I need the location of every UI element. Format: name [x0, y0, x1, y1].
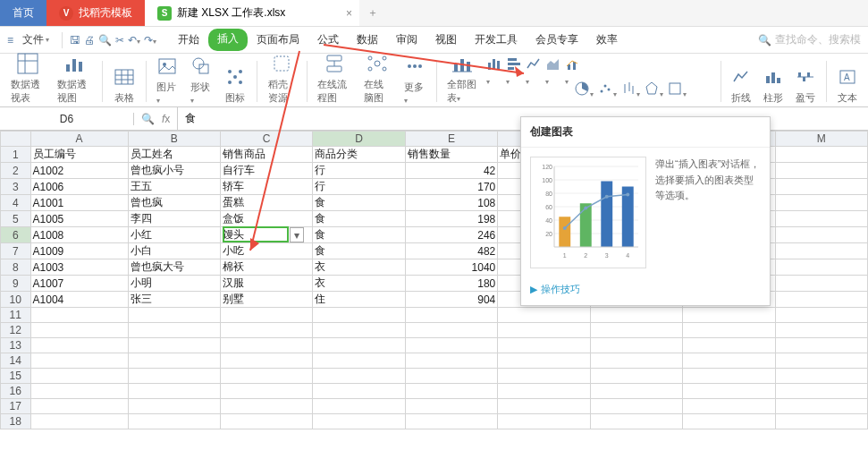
cell[interactable]: 衣 — [313, 259, 405, 276]
row-header-15[interactable]: 15 — [1, 369, 31, 384]
ribbon-tab-3[interactable]: 公式 — [308, 29, 348, 51]
shape-button[interactable]: 形状▾ — [187, 54, 215, 105]
col-header-C[interactable]: C — [220, 132, 312, 147]
cell[interactable]: A1002 — [30, 163, 128, 179]
cell[interactable]: 246 — [405, 227, 497, 243]
col-header-D[interactable]: D — [313, 132, 405, 147]
tab-templates[interactable]: V 找稻壳模板 — [46, 0, 145, 26]
cell[interactable]: 曾也疯大号 — [128, 259, 220, 276]
save-icon[interactable]: 🖫 — [70, 34, 80, 47]
redo-icon[interactable]: ↷▾ — [144, 34, 156, 47]
tab-current-file[interactable]: S 新建 XLSX 工作表.xlsx × — [145, 0, 359, 26]
cell[interactable]: 别墅 — [220, 292, 312, 308]
ribbon-tab-2[interactable]: 页面布局 — [248, 29, 308, 51]
sparkline-line-button[interactable]: 折线 — [728, 64, 754, 105]
cell[interactable]: A1001 — [30, 195, 128, 211]
ribbon-tab-9[interactable]: 效率 — [587, 29, 627, 51]
file-menu[interactable]: 文件 ▾ — [17, 30, 55, 49]
row-header-17[interactable]: 17 — [1, 399, 31, 414]
header-cell[interactable]: 商品分类 — [313, 147, 405, 163]
cell[interactable]: 棉袄 — [220, 259, 312, 276]
cell[interactable]: 170 — [405, 179, 497, 195]
cell[interactable]: 108 — [405, 195, 497, 211]
radar-chart-icon[interactable]: ▾ — [644, 81, 663, 99]
ribbon-tab-4[interactable]: 数据 — [348, 29, 387, 51]
cell[interactable]: A1006 — [30, 179, 128, 195]
ribbon-tab-6[interactable]: 视图 — [426, 29, 466, 51]
cell[interactable]: 张三 — [128, 292, 220, 308]
name-box[interactable]: D6 — [0, 113, 134, 125]
column-chart-icon[interactable]: ▾ — [486, 55, 502, 87]
row-header-10[interactable]: 10 — [1, 292, 31, 308]
cell[interactable]: A1009 — [30, 243, 128, 259]
cell[interactable]: 小白 — [128, 243, 220, 259]
header-cell[interactable]: 员工姓名 — [128, 147, 220, 163]
function-search-icon[interactable]: 🔍 — [141, 113, 155, 125]
row-header-18[interactable]: 18 — [1, 414, 31, 429]
popup-tip-link[interactable]: ▶ 操作技巧 — [521, 277, 770, 305]
undo-icon[interactable]: ↶▾ — [128, 34, 140, 47]
stock-chart-icon[interactable]: ▾ — [620, 81, 640, 99]
cell[interactable]: 王五 — [128, 179, 220, 195]
cell[interactable]: 904 — [405, 292, 497, 308]
row-header-3[interactable]: 3 — [1, 179, 31, 195]
area-chart-icon[interactable]: ▾ — [545, 55, 561, 87]
header-cell[interactable]: 员工编号 — [30, 147, 128, 163]
header-cell[interactable]: 销售商品 — [220, 147, 312, 163]
textbox-button[interactable]: A 文本 — [834, 64, 861, 105]
cell[interactable]: 食 — [313, 195, 405, 211]
new-tab-button[interactable]: ＋ — [359, 0, 386, 26]
row-header-6[interactable]: 6 — [1, 227, 31, 243]
command-search[interactable]: 🔍 查找命令、搜索模 — [758, 32, 861, 47]
row-header-7[interactable]: 7 — [1, 243, 31, 259]
dao-resource-button[interactable]: 稻壳资源 — [265, 51, 299, 105]
row-header-9[interactable]: 9 — [1, 276, 31, 292]
select-all-corner[interactable] — [1, 132, 31, 147]
app-menu-icon[interactable]: ≡ — [7, 34, 13, 47]
cell[interactable]: 小明 — [128, 276, 220, 292]
pivot-chart-button[interactable]: 数据透视图 — [54, 51, 95, 105]
cell[interactable]: 食 — [313, 227, 405, 243]
all-charts-button[interactable]: 全部图表▾ — [443, 51, 480, 105]
cell[interactable]: 行 — [313, 179, 405, 195]
col-header-M[interactable]: M — [775, 132, 868, 147]
header-cell[interactable]: 销售数量 — [405, 147, 497, 163]
cell[interactable]: 小红 — [128, 227, 220, 243]
ribbon-tab-5[interactable]: 审阅 — [387, 29, 426, 51]
cell[interactable]: 1040 — [405, 259, 497, 276]
cell[interactable]: 482 — [405, 243, 497, 259]
cell[interactable]: 食 — [313, 211, 405, 227]
cell-dropdown-button[interactable]: ▾ — [290, 227, 304, 242]
print-icon[interactable]: 🖨 — [84, 34, 95, 47]
cell[interactable]: 住 — [313, 292, 405, 308]
cell[interactable]: 小吃 — [220, 243, 312, 259]
col-header-E[interactable]: E — [405, 132, 497, 147]
pivot-table-button[interactable]: 数据透视表 — [7, 51, 48, 105]
cell[interactable]: 198 — [405, 211, 497, 227]
online-flow-button[interactable]: 在线流程图 — [314, 51, 355, 105]
icon-button[interactable]: 图标 — [221, 64, 249, 105]
col-header-B[interactable]: B — [128, 132, 220, 147]
row-header-12[interactable]: 12 — [1, 323, 31, 338]
more-button[interactable]: 更多▾ — [400, 54, 429, 105]
misc-chart-icon[interactable]: ▾ — [667, 81, 687, 99]
row-header-14[interactable]: 14 — [1, 353, 31, 369]
sparkline-winloss-button[interactable]: 盈亏 — [792, 64, 819, 105]
bar-chart-small-icon[interactable]: ▾ — [506, 55, 522, 87]
cell[interactable]: 42 — [405, 163, 497, 179]
picture-button[interactable]: 图片▾ — [153, 54, 181, 105]
preview-icon[interactable]: 🔍 — [98, 34, 112, 47]
row-header-4[interactable]: 4 — [1, 195, 31, 211]
cell[interactable]: A1007 — [30, 276, 128, 292]
ribbon-tab-0[interactable]: 开始 — [169, 29, 208, 51]
cell[interactable]: 食 — [313, 243, 405, 259]
ribbon-tab-7[interactable]: 开发工具 — [466, 29, 527, 51]
cell[interactable]: 行 — [313, 163, 405, 179]
line-chart-icon[interactable]: ▾ — [526, 55, 542, 87]
ribbon-tab-1[interactable]: 插入 — [208, 29, 248, 51]
cell[interactable]: A1003 — [30, 259, 128, 276]
cell[interactable]: 李四 — [128, 211, 220, 227]
cell[interactable]: 曾也疯 — [128, 195, 220, 211]
ribbon-tab-8[interactable]: 会员专享 — [527, 29, 587, 51]
cell[interactable]: 盒饭 — [220, 211, 312, 227]
